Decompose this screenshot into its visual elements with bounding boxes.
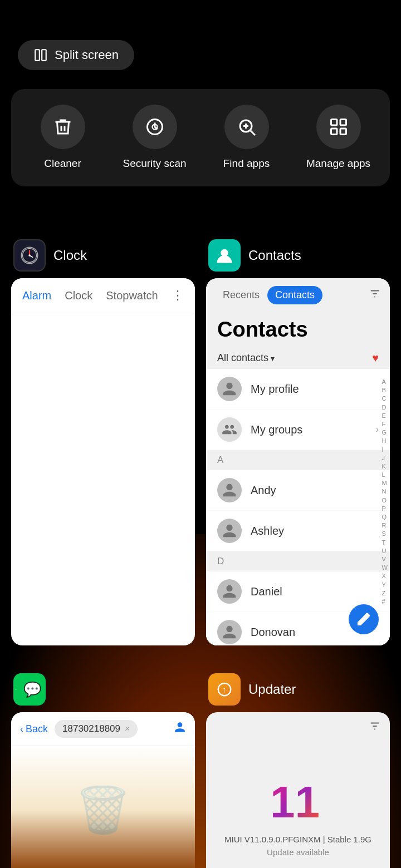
- messages-phone-number: 18730218809: [62, 723, 120, 734]
- version-string: MIUI V11.0.9.0.PFGINXM | Stable 1.9G: [224, 835, 371, 844]
- clock-tabs-bar: Alarm Clock Stopwatch ⋮: [11, 278, 195, 313]
- section-letter-a: A: [206, 450, 390, 470]
- updater-app-card[interactable]: ↑ Updater: [206, 673, 390, 868]
- updater-card-content: 11 MIUI V11.0.9.0.PFGINXM | Stable 1.9G …: [206, 712, 390, 868]
- messages-contact-icon[interactable]: [174, 721, 186, 737]
- contacts-app-header: Contacts: [206, 239, 390, 272]
- add-contact-fab[interactable]: [349, 604, 379, 634]
- all-contacts-label: All contacts: [217, 352, 268, 364]
- manage-apps-icon-circle: [316, 105, 361, 149]
- contacts-icon: [214, 245, 234, 265]
- manage-apps-label: Manage apps: [306, 157, 370, 171]
- cleaner-label: Cleaner: [44, 157, 81, 171]
- miui-logo: 11: [265, 776, 331, 826]
- contacts-app-icon: [208, 239, 241, 272]
- donovan-name: Donovan: [251, 626, 295, 639]
- split-screen-button[interactable]: Split screen: [18, 40, 134, 70]
- messages-close-chip[interactable]: ×: [125, 724, 130, 734]
- clock-tab-clock[interactable]: Clock: [65, 289, 92, 302]
- quick-action-find-apps[interactable]: Find apps: [208, 105, 286, 171]
- my-groups-avatar: [217, 417, 242, 442]
- ashley-avatar: [217, 519, 242, 543]
- security-scan-icon-circle: [133, 105, 177, 149]
- contact-item-ashley[interactable]: Ashley: [206, 511, 390, 551]
- svg-rect-9: [340, 129, 346, 135]
- svg-text:↑: ↑: [222, 685, 227, 694]
- messages-body: 🗑️: [11, 746, 195, 868]
- find-apps-label: Find apps: [223, 157, 270, 171]
- updater-app-header: ↑ Updater: [206, 673, 390, 706]
- cleaner-icon-circle: [41, 105, 85, 149]
- contact-item-my-profile[interactable]: My profile: [206, 369, 390, 409]
- my-profile-name: My profile: [251, 383, 299, 396]
- clock-app-card[interactable]: Clock Alarm Clock Stopwatch ⋮: [11, 239, 195, 645]
- donovan-avatar: [217, 620, 242, 644]
- contacts-card-content: Recents Contacts Contacts All contacts ▾: [206, 278, 390, 645]
- messages-back-button[interactable]: ‹ Back: [20, 723, 48, 735]
- updater-icon: ↑: [214, 679, 234, 699]
- svg-rect-6: [331, 120, 337, 126]
- trash-icon: [53, 117, 73, 137]
- quick-action-manage-apps[interactable]: Manage apps: [300, 105, 378, 171]
- contact-item-andy[interactable]: Andy: [206, 470, 390, 510]
- messages-app-card[interactable]: ··· 💬 ‹ Back 18730218809 ×: [11, 673, 195, 868]
- contacts-filter-icon[interactable]: [369, 288, 381, 303]
- clock-menu-button[interactable]: ⋮: [172, 288, 184, 303]
- manage-apps-icon: [329, 117, 349, 137]
- clock-app-icon: [13, 239, 46, 272]
- find-apps-icon: [237, 117, 257, 137]
- quick-actions-bar: Cleaner Security scan Find apps: [11, 89, 390, 186]
- svg-point-14: [28, 254, 30, 256]
- svg-text:11: 11: [270, 777, 320, 826]
- contacts-app-name: Contacts: [248, 248, 301, 263]
- section-letter-d: D: [206, 551, 390, 571]
- back-arrow-icon: ‹: [20, 723, 23, 735]
- updater-app-icon: ↑: [208, 673, 241, 706]
- daniel-avatar: [217, 579, 242, 604]
- messages-icon: ···: [13, 679, 19, 699]
- back-label: Back: [26, 723, 48, 735]
- my-groups-name: My groups: [251, 423, 302, 436]
- clock-tab-stopwatch[interactable]: Stopwatch: [106, 289, 158, 302]
- updater-app-name: Updater: [248, 682, 296, 697]
- contacts-title: Contacts: [206, 312, 390, 347]
- split-screen-icon: [33, 48, 48, 62]
- update-available-text: Update available: [224, 847, 371, 857]
- updater-version-text: MIUI V11.0.9.0.PFGINXM | Stable 1.9G Upd…: [224, 835, 371, 857]
- contacts-tabs-bar: Recents Contacts: [206, 278, 390, 312]
- quick-action-security-scan[interactable]: Security scan: [116, 105, 194, 171]
- ashley-name: Ashley: [251, 525, 284, 537]
- messages-top-bar: ‹ Back 18730218809 ×: [11, 712, 195, 746]
- svg-text:···: ···: [15, 688, 18, 691]
- contact-item-my-groups[interactable]: My groups ›: [206, 410, 390, 450]
- security-scan-label: Security scan: [123, 157, 186, 171]
- andy-name: Andy: [251, 484, 276, 497]
- contacts-side-index: ABCDE FGHIJ KLMNO PQRST UVWXY Z#: [382, 378, 388, 605]
- contacts-tab-recents[interactable]: Recents: [215, 286, 267, 304]
- clock-app-header: Clock: [11, 239, 195, 272]
- messages-number-chip: 18730218809 ×: [55, 720, 138, 738]
- my-groups-arrow: ›: [376, 425, 379, 435]
- messages-card-content: ‹ Back 18730218809 × 🗑️: [11, 712, 195, 868]
- clock-tab-alarm[interactable]: Alarm: [22, 289, 51, 302]
- security-scan-icon: [145, 117, 165, 137]
- contacts-tab-contacts[interactable]: Contacts: [267, 286, 322, 304]
- clock-icon: [19, 245, 40, 265]
- recent-apps-row2: ··· 💬 ‹ Back 18730218809 ×: [11, 673, 390, 868]
- svg-rect-7: [340, 120, 346, 126]
- contacts-app-card[interactable]: Contacts Recents Contacts Contacts: [206, 239, 390, 645]
- find-apps-icon-circle: [224, 105, 269, 149]
- svg-rect-8: [331, 129, 337, 135]
- recent-apps-row1: Clock Alarm Clock Stopwatch ⋮: [11, 239, 390, 645]
- svg-rect-1: [42, 50, 46, 61]
- screen: Split screen Cleaner: [0, 0, 401, 868]
- favorites-heart-icon[interactable]: ♥: [372, 352, 379, 364]
- svg-rect-0: [35, 50, 40, 61]
- all-contacts-arrow: ▾: [271, 354, 275, 363]
- quick-action-cleaner[interactable]: Cleaner: [24, 105, 102, 171]
- split-screen-label: Split screen: [55, 48, 119, 62]
- clock-card-content: Alarm Clock Stopwatch ⋮: [11, 278, 195, 645]
- svg-line-5: [250, 131, 255, 135]
- updater-filter-icon[interactable]: [369, 720, 381, 734]
- messages-app-header: ··· 💬: [11, 673, 195, 706]
